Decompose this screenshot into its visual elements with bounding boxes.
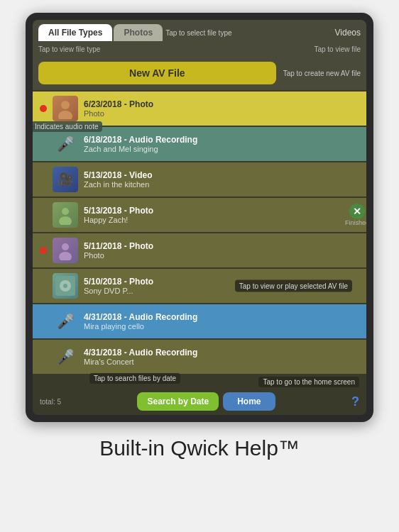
page-title-section: Built-in Qwick Help™: [99, 436, 300, 460]
file-subtitle-0: Photo: [84, 109, 359, 118]
tab-photos[interactable]: Photos: [114, 24, 163, 41]
file-info-6: 4/31/2018 - Audio Recording Mira playing…: [84, 312, 359, 331]
audio-dot-4: [40, 247, 47, 254]
finished-badge: ✕ Finished: [345, 204, 366, 226]
file-info-7: 4/31/2018 - Audio Recording Mira's Conce…: [84, 348, 359, 366]
new-av-row: New AV File Tap to create new AV file: [33, 57, 366, 90]
help-button[interactable]: ?: [351, 394, 359, 409]
thumb-3: [53, 202, 78, 228]
thumb-6: 🎤: [53, 309, 78, 334]
file-subtitle-4: Photo: [84, 251, 359, 260]
thumb-7: 🎤: [53, 344, 78, 370]
item-count: total: 5: [40, 398, 61, 406]
svg-point-5: [59, 252, 72, 260]
file-info-0: 6/23/2018 - Photo Photo: [84, 99, 359, 118]
person-icon-4: [55, 240, 75, 260]
file-item-2[interactable]: 🎥 5/13/2018 - Video Zach in the kitchen: [33, 162, 366, 196]
bottom-btn-group: Search by Date Home: [137, 392, 275, 411]
svg-point-8: [63, 284, 67, 288]
file-title-1: 6/18/2018 - Audio Recording: [84, 135, 359, 145]
file-list: 6/23/2018 - Photo Photo 🎤 6/18/2018 - Au…: [33, 90, 366, 375]
search-by-date-button[interactable]: Search by Date: [137, 392, 219, 411]
file-info-1: 6/18/2018 - Audio Recording Zach and Mel…: [84, 135, 359, 153]
file-item-6[interactable]: 🎤 4/31/2018 - Audio Recording Mira playi…: [33, 304, 366, 338]
mic-icon-6: 🎤: [57, 313, 75, 330]
person-icon: [55, 98, 76, 119]
svg-point-2: [62, 208, 69, 215]
finished-label: Finished: [345, 219, 366, 226]
home-button[interactable]: Home: [223, 392, 275, 411]
file-title-3: 5/13/2018 - Photo: [84, 206, 359, 216]
bottom-bar: total: 5 Search by Date Home ?: [33, 388, 366, 415]
file-subtitle-3: Happy Zach!: [84, 216, 359, 224]
mic-icon-7: 🎤: [57, 348, 75, 365]
svg-point-1: [58, 111, 72, 119]
file-subtitle-6: Mira playing cello: [84, 322, 359, 331]
file-info-2: 5/13/2018 - Video Zach in the kitchen: [84, 170, 359, 189]
page-title: Built-in Qwick Help™: [99, 436, 300, 460]
finished-circle: ✕: [349, 204, 365, 219]
file-row-wrapper-4: 5/11/2018 - Photo Photo: [33, 233, 366, 267]
page-container: All File Types Photos Tap to select file…: [0, 0, 399, 532]
file-subtitle-1: Zach and Mel singing: [84, 145, 359, 153]
sub-header: Tap to view file type Tap to view file: [33, 44, 366, 57]
file-info-3: 5/13/2018 - Photo Happy Zach!: [84, 206, 359, 224]
new-av-hint: Tap to create new AV file: [283, 70, 361, 77]
file-info-4: 5/11/2018 - Photo Photo: [84, 241, 359, 260]
file-row-wrapper-3: 5/13/2018 - Photo Happy Zach! ✕ Finished: [33, 198, 366, 232]
svg-point-0: [61, 101, 70, 109]
video-icon-2: 🎥: [58, 172, 73, 187]
file-row-wrapper-1: 🎤 6/18/2018 - Audio Recording Zach and M…: [33, 127, 366, 161]
file-title-4: 5/11/2018 - Photo: [84, 241, 359, 251]
file-item-3[interactable]: 5/13/2018 - Photo Happy Zach!: [33, 198, 366, 232]
tab-select-hint: Tap to select file type: [165, 29, 231, 37]
new-av-button[interactable]: New AV File: [38, 62, 276, 84]
spacer: Tap to go to the home screen: [33, 375, 366, 388]
svg-point-4: [62, 243, 69, 250]
file-item-0[interactable]: 6/23/2018 - Photo Photo: [33, 92, 366, 126]
dvd-icon: [55, 276, 75, 296]
file-row-wrapper-2: 🎥 5/13/2018 - Video Zach in the kitchen: [33, 162, 366, 196]
thumb-4: [53, 238, 78, 263]
file-subtitle-7: Mira's Concert: [84, 358, 359, 366]
tab-videos[interactable]: Videos: [335, 28, 361, 38]
file-title-7: 4/31/2018 - Audio Recording: [84, 348, 359, 358]
file-row-wrapper-5: 5/10/2018 - Photo Sony DVD P... Tap to v…: [33, 269, 366, 303]
file-item-7[interactable]: 🎤 4/31/2018 - Audio Recording Mira's Con…: [33, 340, 366, 374]
thumb-1: 🎤: [53, 131, 78, 157]
file-row-wrapper-6: 🎤 4/31/2018 - Audio Recording Mira playi…: [33, 304, 366, 338]
tabs-row: All File Types Photos Tap to select file…: [33, 20, 366, 44]
view-file-type-hint: Tap to view file type: [38, 45, 100, 53]
file-title-6: 4/31/2018 - Audio Recording: [84, 312, 359, 322]
tab-all-file-types[interactable]: All File Types: [38, 24, 112, 41]
file-item-4[interactable]: 5/11/2018 - Photo Photo: [33, 233, 366, 267]
file-title-0: 6/23/2018 - Photo: [84, 99, 359, 109]
file-row-wrapper-0: 6/23/2018 - Photo Photo: [33, 92, 366, 126]
play-hint-label: Tap to view or play selected AV file: [235, 280, 352, 292]
child-icon: [55, 205, 75, 225]
file-title-2: 5/13/2018 - Video: [84, 170, 359, 180]
file-item-1[interactable]: 🎤 6/18/2018 - Audio Recording Zach and M…: [33, 127, 366, 161]
view-file-hint: Tap to view file: [314, 45, 361, 53]
device-screen: All File Types Photos Tap to select file…: [33, 20, 366, 415]
mic-icon-1: 🎤: [57, 135, 75, 153]
search-date-hint: Tap to search files by date: [89, 373, 180, 384]
thumb-5: [53, 273, 78, 299]
audio-dot-0: [40, 105, 47, 112]
device-frame: All File Types Photos Tap to select file…: [26, 13, 373, 422]
home-hint-label: Tap to go to the home screen: [258, 377, 359, 387]
file-subtitle-2: Zach in the kitchen: [84, 180, 359, 189]
thumb-2: 🎥: [53, 167, 78, 192]
file-row-wrapper-7: 🎤 4/31/2018 - Audio Recording Mira's Con…: [33, 340, 366, 374]
thumb-0: [53, 96, 78, 121]
svg-point-3: [59, 216, 72, 225]
